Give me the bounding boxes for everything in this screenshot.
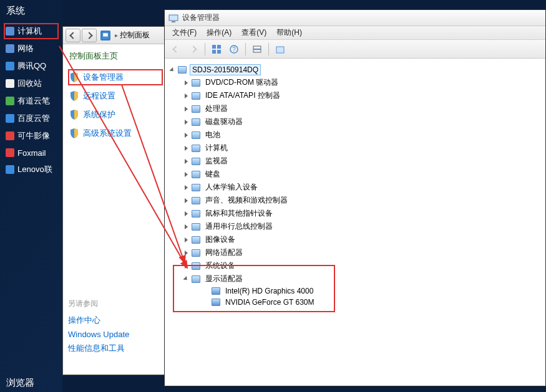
help-icon: ? [230, 45, 238, 54]
desktop-item-network[interactable]: 网络 [4, 41, 59, 57]
desktop-item-label: 腾讯QQ [17, 60, 46, 72]
nav-forward-button[interactable] [82, 29, 97, 42]
toolbar-separator [205, 43, 205, 55]
desktop-item-youdao[interactable]: 有道云笔 [4, 93, 59, 109]
tree-category-label: 鼠标和其他指针设备 [203, 208, 275, 219]
shield-icon [69, 91, 79, 101]
breadcrumb-text: 控制面板 [120, 30, 150, 41]
expand-toggle[interactable] [168, 66, 176, 74]
menu-item[interactable]: 查看(V) [236, 26, 271, 39]
tree-device[interactable]: Intel(R) HD Graphics 4000 [168, 285, 542, 297]
expand-toggle[interactable] [182, 249, 190, 257]
control-panel-icon [100, 31, 110, 41]
tree-category[interactable]: 监视器 [168, 155, 542, 168]
tree-category[interactable]: IDE ATA/ATAPI 控制器 [168, 89, 542, 102]
control-panel-link[interactable]: 设备管理器 [68, 69, 163, 85]
tree-category[interactable]: 网络适配器 [168, 246, 542, 259]
expand-toggle[interactable] [182, 145, 190, 152]
desktop-item-lenovo[interactable]: Lenovo联 [4, 161, 59, 178]
expand-toggle[interactable] [182, 236, 190, 244]
tree-category[interactable]: 人体学输入设备 [168, 181, 542, 194]
see-also-section: 另请参阅 操作中心Windows Update性能信息和工具 [68, 299, 129, 356]
expand-toggle[interactable] [182, 105, 190, 113]
device-category-icon [191, 78, 201, 88]
toolbar-back-button[interactable] [168, 42, 183, 56]
desktop-item-label: 计算机 [17, 26, 42, 37]
tree-category[interactable]: 键盘 [168, 168, 542, 181]
shield-icon [69, 72, 79, 82]
device-category-icon [191, 143, 201, 153]
toolbar-view-button[interactable] [209, 42, 224, 56]
desktop-item-label: 有道云笔 [17, 95, 50, 107]
arrow-right-icon [85, 32, 92, 39]
desktop-item-keniu[interactable]: 可牛影像 [4, 128, 59, 144]
expand-spacer [202, 287, 210, 295]
toolbar-separator [245, 43, 246, 55]
svg-rect-2 [169, 15, 178, 21]
expand-toggle[interactable] [182, 262, 190, 270]
keniu-icon [5, 131, 15, 141]
tree-category[interactable]: 声音、视频和游戏控制器 [168, 194, 542, 207]
display-adapter-icon [211, 297, 221, 307]
toolbar-properties-button[interactable] [273, 42, 288, 56]
see-also-link[interactable]: Windows Update [68, 328, 129, 341]
tree-category[interactable]: 处理器 [168, 102, 542, 115]
device-manager-titlebar[interactable]: 设备管理器 [165, 10, 545, 26]
nav-back-button[interactable] [66, 29, 80, 42]
see-also-link[interactable]: 性能信息和工具 [68, 341, 129, 356]
tree-category[interactable]: 电池 [168, 128, 542, 141]
desktop-item-qq[interactable]: 腾讯QQ [4, 58, 59, 74]
network-icon [5, 44, 15, 54]
tree-category[interactable]: DVD/CD-ROM 驱动器 [168, 76, 542, 89]
desktop-item-label: Foxmail [17, 148, 46, 158]
tree-category-label: 人体学输入设备 [203, 181, 260, 193]
expand-toggle[interactable] [182, 184, 190, 191]
desktop-item-computer[interactable]: 计算机 [4, 23, 59, 39]
tree-category[interactable]: 计算机 [168, 141, 542, 155]
expand-toggle[interactable] [182, 118, 190, 126]
tree-category[interactable]: 显示适配器 [168, 272, 542, 285]
desktop-item-foxmail[interactable]: Foxmail [4, 145, 59, 160]
expand-toggle[interactable] [182, 171, 190, 178]
desktop-group-system-title: 系统 [4, 5, 59, 17]
menu-item[interactable]: 文件(F) [167, 26, 202, 39]
tree-category-label: 电池 [203, 129, 222, 141]
expand-toggle[interactable] [182, 131, 190, 139]
tree-device-label: NVIDIA GeForce GT 630M [223, 297, 316, 307]
control-panel-link[interactable]: 远程设置 [68, 88, 163, 104]
expand-toggle[interactable] [182, 158, 190, 165]
desktop-item-recyclebin[interactable]: 回收站 [4, 75, 59, 92]
breadcrumb[interactable]: ▸ 控制面板 [98, 30, 165, 41]
tree-device[interactable]: NVIDIA GeForce GT 630M [168, 297, 542, 308]
device-category-icon [191, 248, 201, 258]
toolbar-help-button[interactable]: ? [227, 42, 241, 56]
expand-toggle[interactable] [182, 79, 190, 87]
menu-item[interactable]: 操作(A) [202, 26, 236, 39]
tree-category[interactable]: 通用串行总线控制器 [168, 220, 542, 233]
control-panel-link[interactable]: 系统保护 [68, 107, 163, 123]
svg-rect-12 [276, 47, 284, 53]
expand-toggle[interactable] [182, 92, 190, 100]
device-manager-tree[interactable]: SDJS-20150914DQDVD/CD-ROM 驱动器IDE ATA/ATA… [165, 59, 545, 386]
desktop-item-baidu[interactable]: 百度云管 [4, 110, 59, 127]
expand-toggle[interactable] [182, 197, 190, 204]
tree-category[interactable]: 鼠标和其他指针设备 [168, 207, 542, 220]
tree-category[interactable]: 系统设备 [168, 259, 542, 272]
expand-toggle[interactable] [182, 223, 190, 231]
control-panel-link-label: 高级系统设置 [83, 128, 132, 139]
tree-root[interactable]: SDJS-20150914DQ [168, 64, 542, 76]
tree-category[interactable]: 磁盘驱动器 [168, 115, 542, 128]
expand-toggle[interactable] [182, 275, 190, 283]
toolbar-separator [268, 43, 269, 55]
menu-item[interactable]: 帮助(H) [271, 26, 307, 39]
expand-toggle[interactable] [182, 210, 190, 218]
control-panel-link[interactable]: 高级系统设置 [68, 125, 163, 141]
tree-category[interactable]: 图像设备 [168, 233, 542, 246]
see-also-link[interactable]: 操作中心 [68, 313, 129, 328]
toolbar-forward-button[interactable] [186, 42, 201, 56]
toolbar-scan-button[interactable] [250, 42, 265, 56]
device-category-icon [191, 170, 201, 179]
device-category-icon [191, 130, 201, 140]
tree-device-label: Intel(R) HD Graphics 4000 [223, 286, 315, 296]
tree-category-label: 声音、视频和游戏控制器 [203, 194, 290, 206]
